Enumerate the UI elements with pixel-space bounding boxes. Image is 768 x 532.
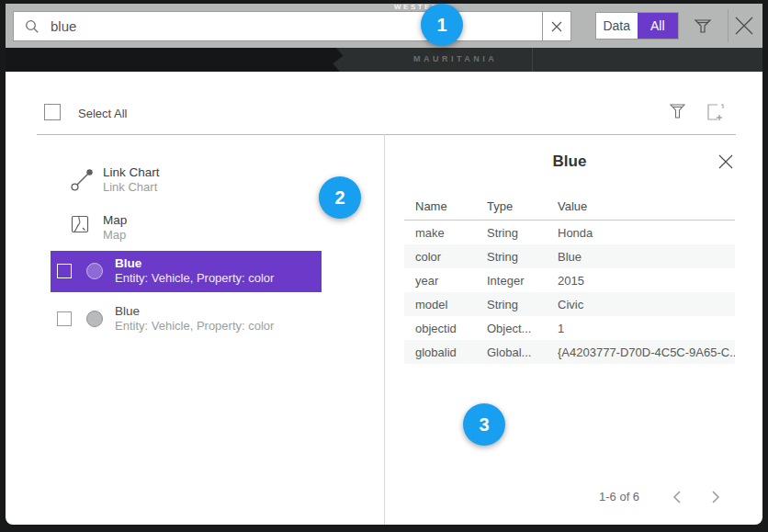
entity-circle-icon <box>86 311 103 327</box>
map-boundary-line <box>532 48 533 72</box>
table-header-row: Name Type Value <box>404 193 735 221</box>
table-row: year Integer 2015 <box>404 268 735 292</box>
cell-name: make <box>404 226 487 240</box>
table-row: model String Civic <box>404 292 735 316</box>
cell-name: objectid <box>404 322 487 335</box>
result-subtitle: Link Chart <box>103 180 160 195</box>
table-row: make String Honda <box>404 221 735 244</box>
callout-badge-1: 1 <box>421 4 463 46</box>
search-box-group <box>13 11 571 41</box>
table-row: objectid Object... 1 <box>404 316 735 340</box>
scope-option-data[interactable]: Data <box>596 13 638 39</box>
filter-icon[interactable] <box>694 17 712 35</box>
result-item-blue-selected[interactable]: Blue Entity: Vehicle, Property: color <box>51 251 322 292</box>
cell-type: String <box>487 226 558 240</box>
cell-type: Global... <box>487 345 558 359</box>
search-input[interactable] <box>40 12 542 40</box>
cell-type: Object... <box>487 322 558 335</box>
cell-value: {A4203777-D70D-4C5C-9A65-C... <box>558 345 735 359</box>
cell-value: Honda <box>558 226 735 240</box>
scope-toggle: Data All <box>595 12 679 40</box>
clear-search-icon[interactable] <box>542 12 570 40</box>
result-subtitle: Entity: Vehicle, Property: color <box>115 271 274 286</box>
search-icon <box>25 19 40 34</box>
cell-name: globalid <box>404 345 487 359</box>
result-title: Blue <box>115 303 274 319</box>
add-to-selection-icon[interactable] <box>706 103 725 121</box>
search-results-panel: Select All <box>6 72 762 525</box>
close-search-icon[interactable] <box>734 16 754 36</box>
cell-name: model <box>404 298 487 311</box>
callout-badge-2: 2 <box>319 176 361 219</box>
page-range-label: 1-6 of 6 <box>599 490 639 504</box>
map-icon <box>71 215 89 233</box>
panel-divider <box>384 134 385 525</box>
column-header-type: Type <box>487 199 558 213</box>
table-row: globalid Global... {A4203777-D70D-4C5C-9… <box>404 340 735 364</box>
cell-type: String <box>487 250 558 264</box>
select-all-checkbox[interactable] <box>44 104 61 120</box>
cell-value: Blue <box>558 250 735 264</box>
result-checkbox[interactable] <box>57 264 72 278</box>
results-filter-icon[interactable] <box>669 102 686 121</box>
cell-value: Civic <box>558 298 735 311</box>
result-subtitle: Entity: Vehicle, Property: color <box>115 319 274 334</box>
cell-value: 2015 <box>558 274 735 288</box>
scope-option-all[interactable]: All <box>638 13 679 39</box>
map-region-label: MAURITANIA <box>413 54 497 63</box>
app-window: Data All WESTER MAURITANIA Select All <box>0 0 768 532</box>
detail-title: Blue <box>404 153 735 171</box>
cell-name: color <box>404 250 487 264</box>
result-subtitle: Map <box>103 228 127 243</box>
previous-page-icon[interactable] <box>669 488 687 506</box>
cell-type: Integer <box>487 274 558 288</box>
detail-close-icon[interactable] <box>717 153 734 170</box>
map-strip: MAURITANIA <box>6 48 762 72</box>
toolbar-divider <box>728 9 728 42</box>
pagination: 1-6 of 6 <box>404 485 735 511</box>
result-item-blue[interactable]: Blue Entity: Vehicle, Property: color <box>51 299 322 339</box>
next-page-icon[interactable] <box>706 488 724 506</box>
column-header-name: Name <box>404 199 487 213</box>
result-title: Blue <box>115 255 274 271</box>
column-header-value: Value <box>558 199 735 213</box>
cell-name: year <box>404 274 487 288</box>
search-toolbar: Data All <box>6 4 762 48</box>
result-item-link-chart[interactable]: Link Chart Link Chart <box>70 164 345 200</box>
link-chart-icon <box>70 168 96 192</box>
table-row: color String Blue <box>404 244 735 268</box>
cell-value: 1 <box>558 322 735 335</box>
result-title: Link Chart <box>103 164 160 180</box>
map-landmass <box>6 48 350 72</box>
result-checkbox[interactable] <box>57 311 72 326</box>
result-title: Map <box>103 212 127 228</box>
callout-badge-3: 3 <box>463 403 505 446</box>
select-all-label: Select All <box>78 107 127 120</box>
entity-circle-icon <box>86 263 103 279</box>
result-item-map[interactable]: Map Map <box>70 211 345 248</box>
cell-type: String <box>487 298 558 311</box>
properties-table: Name Type Value make String Honda color … <box>404 193 735 364</box>
header-divider <box>37 134 736 135</box>
